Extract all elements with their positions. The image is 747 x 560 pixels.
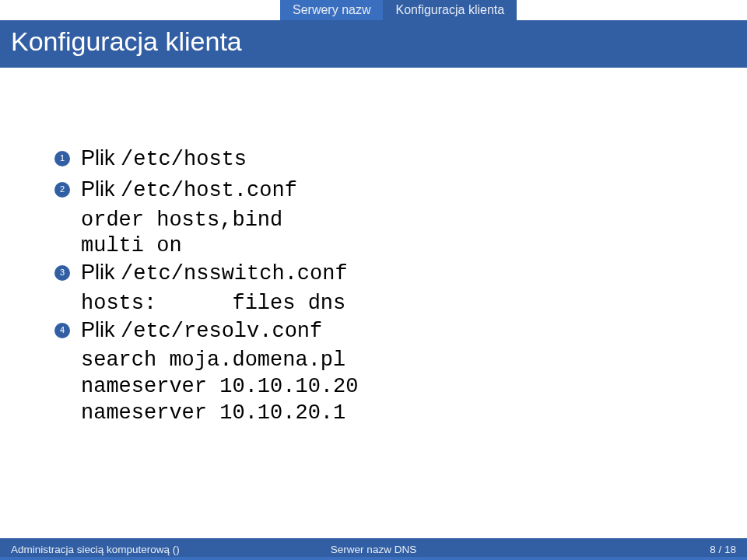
- code-line: order hosts,bind: [81, 208, 716, 234]
- list-item: 2 Plik /etc/host.conf: [54, 177, 716, 205]
- file-path: /etc/resolv.conf: [121, 320, 322, 343]
- tab-konfiguracja-klienta[interactable]: Konfiguracja klienta: [383, 0, 517, 20]
- slide-content: 1 Plik /etc/hosts 2 Plik /etc/host.conf …: [0, 68, 747, 560]
- file-path: /etc/hosts: [121, 148, 247, 171]
- item-number-icon: 3: [54, 265, 70, 281]
- list-item: 3 Plik /etc/nsswitch.conf: [54, 260, 716, 288]
- item-number-icon: 2: [54, 182, 70, 198]
- item-number-icon: 4: [54, 323, 70, 338]
- item-text: Plik /etc/resolv.conf: [81, 317, 322, 345]
- list-item: 1 Plik /etc/hosts: [54, 145, 716, 173]
- item-number-icon: 1: [54, 151, 70, 166]
- file-path: /etc/nsswitch.conf: [121, 262, 348, 285]
- item-text: Plik /etc/nsswitch.conf: [81, 260, 348, 288]
- footer-center: Serwer nazw DNS: [331, 544, 416, 555]
- item-text: Plik /etc/host.conf: [81, 177, 297, 205]
- item-text: Plik /etc/hosts: [81, 145, 247, 173]
- footer-accent: [0, 557, 747, 560]
- section-tabs: Serwery nazw Konfiguracja klienta: [0, 0, 747, 20]
- file-path: /etc/host.conf: [121, 179, 297, 202]
- code-line: nameserver 10.10.10.20: [81, 374, 716, 401]
- footer-page-number: 8 / 18: [710, 544, 736, 555]
- code-line: search moja.domena.pl: [81, 348, 716, 374]
- slide: Serwery nazw Konfiguracja klienta Konfig…: [0, 0, 747, 560]
- code-line: hosts: files dns: [81, 291, 716, 317]
- tab-serwery-nazw[interactable]: Serwery nazw: [280, 0, 383, 20]
- footer-left: Administracja siecią komputerową (): [11, 544, 180, 555]
- slide-title: Konfiguracja klienta: [0, 20, 747, 68]
- code-line: multi on: [81, 233, 716, 260]
- code-line: nameserver 10.10.20.1: [81, 401, 716, 427]
- list-item: 4 Plik /etc/resolv.conf: [54, 317, 716, 345]
